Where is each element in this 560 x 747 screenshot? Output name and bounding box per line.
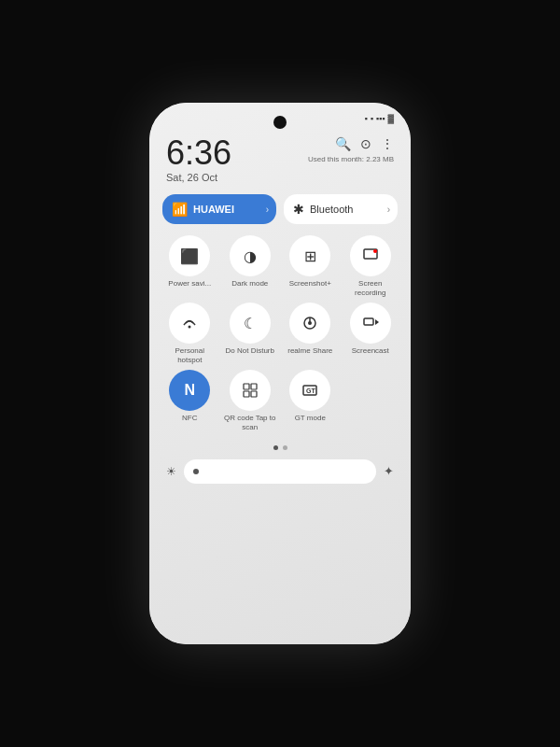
quick-action-label: Screen recording [343, 279, 399, 297]
quick-action-label: Do Not Disturb [226, 346, 274, 356]
bluetooth-tile-label: Bluetooth [310, 204, 353, 215]
quick-action-item[interactable]: NNFC [162, 370, 217, 431]
svg-point-2 [189, 326, 191, 329]
clock-left: 6:36 Sat, 26 Oct [166, 136, 231, 183]
wifi-chevron-icon: › [266, 204, 269, 215]
brightness-low-icon: ☀ [166, 465, 176, 478]
svg-rect-5 [364, 318, 373, 325]
svg-rect-7 [244, 384, 249, 389]
page-dot-2 [283, 445, 287, 450]
quick-action-label: Power savi... [168, 279, 211, 289]
toggle-row: 📶 HUAWEI › ✱ Bluetooth › [149, 189, 411, 230]
quick-action-button[interactable]: GT [289, 370, 330, 411]
quick-action-item[interactable]: Personal hotspot [162, 303, 217, 364]
bluetooth-chevron-icon: › [387, 204, 390, 215]
quick-action-item[interactable]: realme Share [283, 303, 338, 364]
quick-action-button[interactable] [350, 235, 391, 276]
wifi-status-icon: ▪ [371, 114, 373, 123]
svg-rect-8 [251, 384, 257, 389]
svg-rect-9 [244, 391, 249, 397]
status-icons: ▪ ▪ ▪▪▪ ▓ [364, 114, 394, 123]
quick-action-button[interactable] [350, 303, 391, 344]
quick-action-button[interactable] [230, 370, 271, 411]
camera-icon[interactable]: ⊙ [360, 136, 371, 151]
quick-action-item[interactable]: ⬛Power savi... [162, 235, 217, 297]
wifi-tile-icon: 📶 [172, 202, 188, 217]
quick-action-label: Screenshot+ [289, 279, 331, 289]
svg-rect-10 [251, 391, 257, 397]
quick-action-button[interactable]: ◑ [230, 235, 271, 276]
clock-date: Sat, 26 Oct [166, 172, 231, 183]
quick-action-label: Dark mode [231, 279, 268, 289]
quick-action-label: Personal hotspot [162, 346, 217, 364]
quick-action-item[interactable]: ☾Do Not Disturb [223, 303, 278, 364]
brightness-thumb [193, 469, 199, 474]
quick-action-label: realme Share [287, 346, 332, 356]
quick-grid: ⬛Power savi...◑Dark mode⊞Screenshot+Scre… [149, 230, 411, 438]
brightness-slider[interactable] [184, 459, 376, 484]
page-dot-1 [273, 445, 278, 450]
quick-action-label: GT mode [295, 414, 326, 423]
quick-action-label: QR code Tap to scan [223, 414, 278, 431]
signal-icon: ▪▪▪ [376, 114, 385, 123]
clock-right: 🔍 ⊙ ⋮ Used this month: 2.23 MB [308, 136, 394, 163]
quick-action-button[interactable] [289, 303, 330, 344]
quick-action-item[interactable]: ◑Dark mode [223, 235, 278, 297]
more-icon[interactable]: ⋮ [381, 136, 394, 151]
bluetooth-tile[interactable]: ✱ Bluetooth › [284, 194, 398, 224]
screen: ▪ ▪ ▪▪▪ ▓ 6:36 Sat, 26 Oct 🔍 ⊙ ⋮ Used th… [149, 103, 411, 644]
search-icon[interactable]: 🔍 [335, 136, 351, 151]
brightness-row: ☀ ✦ [149, 454, 411, 489]
quick-action-button[interactable]: N [169, 370, 210, 411]
svg-text:GT: GT [306, 388, 315, 394]
data-usage-label: Used this month: 2.23 MB [308, 155, 394, 163]
clock-time: 6:36 [166, 136, 231, 170]
bluetooth-icon: ✱ [293, 202, 304, 217]
wifi-tile-label: HUAWEI [193, 204, 234, 215]
phone-frame: ▪ ▪ ▪▪▪ ▓ 6:36 Sat, 26 Oct 🔍 ⊙ ⋮ Used th… [149, 103, 411, 644]
quick-action-item[interactable]: QR code Tap to scan [223, 370, 278, 431]
brightness-high-icon: ✦ [384, 464, 394, 478]
page-dots [149, 438, 411, 454]
quick-action-item[interactable]: Screen recording [343, 235, 399, 297]
svg-point-1 [373, 249, 377, 253]
quick-action-button[interactable]: ⬛ [169, 235, 210, 276]
clock-right-icons: 🔍 ⊙ ⋮ [335, 136, 394, 151]
battery-icon: ▪ [364, 114, 367, 123]
quick-action-label: NFC [182, 414, 197, 423]
svg-marker-6 [375, 319, 379, 325]
camera-hole [273, 116, 287, 129]
quick-action-button[interactable]: ⊞ [289, 235, 330, 276]
quick-action-label: Screencast [352, 346, 389, 356]
quick-action-button[interactable] [169, 303, 210, 344]
quick-action-item[interactable]: ⊞Screenshot+ [283, 235, 338, 297]
clock-area: 6:36 Sat, 26 Oct 🔍 ⊙ ⋮ Used this month: … [149, 129, 411, 189]
svg-point-4 [308, 321, 312, 325]
quick-action-button[interactable]: ☾ [230, 303, 271, 344]
quick-action-item[interactable]: GTGT mode [283, 370, 338, 431]
battery-level-icon: ▓ [387, 114, 394, 123]
quick-action-item[interactable]: Screencast [343, 303, 399, 364]
wifi-tile[interactable]: 📶 HUAWEI › [162, 194, 276, 224]
